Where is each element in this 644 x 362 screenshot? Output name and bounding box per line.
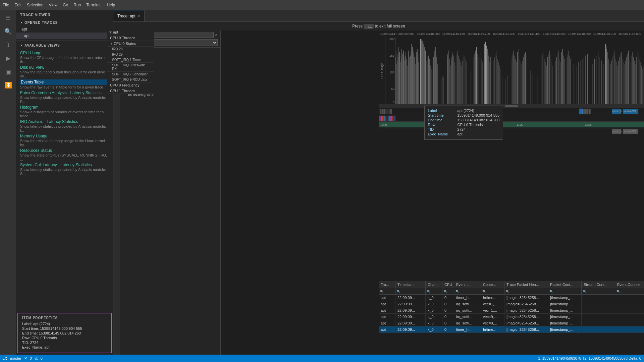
svg-rect-214 bbox=[606, 46, 606, 104]
svg-rect-195 bbox=[573, 64, 573, 104]
scroll-hint[interactable] bbox=[379, 104, 644, 108]
cell-chan-3: k_0 bbox=[426, 307, 442, 313]
menu-go[interactable]: Go bbox=[63, 3, 68, 7]
svg-rect-95 bbox=[460, 62, 461, 104]
menu-file[interactable]: File bbox=[3, 3, 9, 7]
view-events-table[interactable]: Events Table Show the raw events in tabl… bbox=[16, 79, 113, 90]
svg-rect-130 bbox=[496, 51, 496, 104]
menu-view[interactable]: View bbox=[49, 3, 57, 7]
svg-rect-277 bbox=[586, 109, 587, 114]
event-row-1[interactable]: apt 22:09:09... k_0 0 timer_hr... hrtime… bbox=[379, 295, 644, 301]
cpu-usage-section: CPU Usage 200 150 100 50 0 bbox=[379, 37, 644, 104]
event-row-5[interactable]: apt 22:09:09... k_0 0 irq_softi... vec=9… bbox=[379, 320, 644, 326]
view-irq[interactable]: IRQ Analysis - Latency Statistics Show l… bbox=[16, 119, 113, 133]
view-syscall[interactable]: System Call Latency - Latency Statistics… bbox=[16, 162, 113, 176]
svg-rect-192 bbox=[569, 51, 569, 104]
col-trace[interactable]: Tra... bbox=[379, 281, 395, 288]
svg-rect-197 bbox=[577, 66, 577, 104]
svg-rect-155 bbox=[524, 54, 525, 104]
svg-rect-94 bbox=[460, 59, 460, 104]
menu-edit[interactable]: Edit bbox=[14, 3, 21, 7]
svg-rect-4 bbox=[397, 54, 397, 104]
svg-rect-263 bbox=[383, 109, 384, 114]
svg-rect-86 bbox=[453, 56, 454, 104]
cell-ts-4: 22:09:09... bbox=[395, 314, 426, 320]
svg-rect-163 bbox=[537, 77, 538, 104]
activity-search[interactable]: 🔍 bbox=[3, 26, 13, 37]
col-packet-cont[interactable]: Packet Cont... bbox=[548, 281, 582, 288]
svg-rect-104 bbox=[471, 74, 471, 104]
svg-rect-40 bbox=[418, 62, 419, 104]
tab-close-icon[interactable]: × bbox=[138, 13, 140, 19]
view-cpu-usage[interactable]: CPU Usage Show the CPU usage of a Linux … bbox=[16, 50, 113, 64]
trace-apt[interactable]: apt bbox=[16, 26, 113, 33]
menu-selection[interactable]: Selection bbox=[27, 3, 43, 7]
svg-rect-39 bbox=[418, 57, 418, 104]
event-row-4[interactable]: apt 22:09:09... k_0 0 irq_softi... vec=9… bbox=[379, 314, 644, 320]
activity-explorer[interactable]: ☰ bbox=[3, 13, 13, 23]
tab-trace-apt[interactable]: Trace: apt × bbox=[113, 10, 145, 21]
col-channel[interactable]: Chan... bbox=[426, 281, 442, 288]
tooltip-row-val: CPU 0 Threads bbox=[458, 123, 483, 127]
fullscreen-press: Press bbox=[352, 24, 363, 28]
svg-rect-142 bbox=[513, 54, 513, 104]
svg-rect-87 bbox=[454, 59, 454, 104]
activity-extensions[interactable]: ▣ bbox=[3, 66, 13, 77]
svg-rect-113 bbox=[480, 56, 480, 104]
cell-evt-3: irq_softi... bbox=[454, 307, 481, 313]
svg-rect-181 bbox=[558, 51, 558, 104]
menu-terminal[interactable]: Terminal bbox=[86, 3, 101, 7]
svg-rect-207 bbox=[594, 59, 595, 104]
svg-rect-269 bbox=[389, 109, 389, 114]
filter-clear-button[interactable]: × bbox=[215, 32, 218, 38]
opened-traces-section[interactable]: ▼ OPENED TRACES bbox=[16, 19, 113, 26]
tooltip-row-key: Row bbox=[428, 123, 455, 127]
cell-ec-5 bbox=[615, 322, 644, 324]
trace-apt-active[interactable]: - apt bbox=[16, 33, 113, 39]
activity-trace[interactable]: ⏬ bbox=[3, 80, 13, 90]
svg-rect-292 bbox=[385, 116, 386, 121]
cell-cpu-1: 0 bbox=[442, 295, 454, 301]
col-timestamp[interactable]: Timestam... bbox=[395, 281, 426, 288]
view-histogram[interactable]: Histogram Show a histogram of number of … bbox=[16, 104, 113, 119]
prop-label: Label: apt (2724) bbox=[22, 322, 107, 326]
svg-rect-176 bbox=[552, 62, 552, 104]
svg-rect-85 bbox=[452, 52, 453, 104]
view-memory[interactable]: Memory Usage Show the relative memory us… bbox=[16, 133, 113, 147]
event-row-2[interactable]: apt 22:09:09... k_0 0 irq_softi... vec=1… bbox=[379, 301, 644, 307]
search-cont-icon: 🔍 bbox=[482, 290, 486, 293]
col-trace-packet[interactable]: Trace Packet Hea... bbox=[504, 281, 548, 288]
event-row-6-selected[interactable]: apt 22:09:09... k_0 0 timer_hr... hrtime… bbox=[379, 326, 644, 333]
svg-rect-22 bbox=[407, 66, 408, 104]
col-cpu[interactable]: CPU bbox=[442, 281, 454, 288]
item-properties-title: ITEM PROPERTIES bbox=[22, 316, 107, 320]
svg-rect-221 bbox=[611, 61, 612, 104]
svg-rect-206 bbox=[593, 64, 593, 104]
status-right: T1: 1539814149045063078 T2: 153981414904… bbox=[536, 356, 641, 360]
col-event-type[interactable]: Event t... bbox=[454, 281, 481, 288]
svg-rect-128 bbox=[494, 57, 495, 104]
available-views-section[interactable]: ▼ AVAILABLE VIEWS bbox=[16, 42, 113, 49]
menu-run[interactable]: Run bbox=[73, 3, 81, 7]
view-disk-io[interactable]: Disk I/O View Show the input and output … bbox=[16, 64, 113, 79]
svg-rect-13 bbox=[402, 54, 402, 104]
cell-pc-4: [timestamp_... bbox=[548, 314, 582, 320]
svg-rect-34 bbox=[415, 61, 415, 104]
search-context: 🔍 bbox=[481, 288, 504, 294]
view-disk-io-desc: Show the input and output throughput for… bbox=[20, 70, 109, 78]
timestamp-info: T1: 1539814149045063078 T2: 153981414904… bbox=[536, 356, 641, 360]
view-resources[interactable]: Resources Status Show the state of CPUs … bbox=[16, 147, 113, 162]
svg-rect-158 bbox=[527, 59, 527, 104]
svg-rect-247 bbox=[634, 61, 635, 104]
git-branch[interactable]: master bbox=[10, 356, 21, 360]
col-stream-cont[interactable]: Stream Cont... bbox=[582, 281, 615, 288]
menu-help[interactable]: Help bbox=[107, 3, 115, 7]
col-context[interactable]: Conte... bbox=[481, 281, 504, 288]
event-row-3[interactable]: apt 22:09:09... k_0 0 irq_softi... vec=1… bbox=[379, 307, 644, 314]
col-event-ctx[interactable]: Event Context bbox=[615, 281, 644, 288]
svg-rect-46 bbox=[424, 47, 425, 104]
view-futex[interactable]: Futex Contention Analysis - Latency Stat… bbox=[16, 90, 113, 104]
tooltip-label-key: Label bbox=[428, 109, 455, 113]
activity-debug[interactable]: ▶ bbox=[3, 53, 13, 64]
activity-scm[interactable]: ⤵ bbox=[3, 40, 13, 50]
